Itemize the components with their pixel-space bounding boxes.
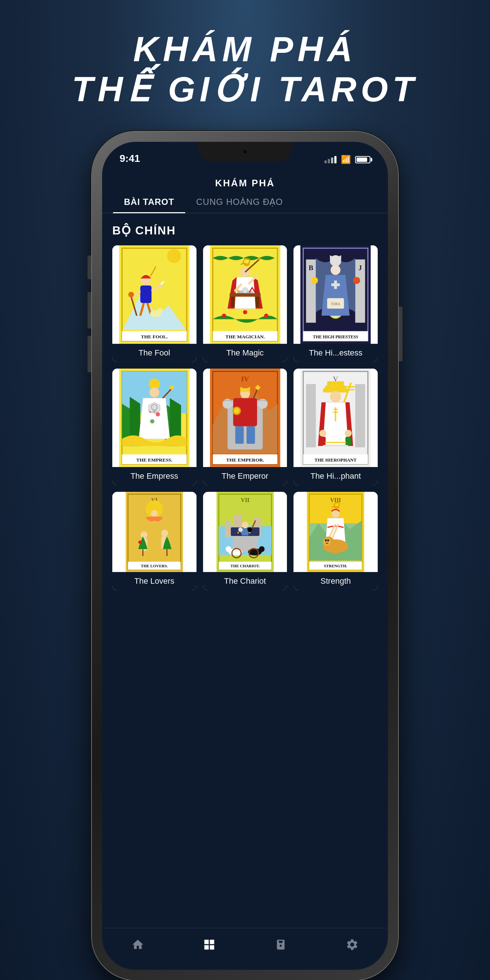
svg-point-25: [242, 287, 248, 293]
nav-settings[interactable]: [345, 938, 359, 951]
card-lovers-image: VI: [112, 492, 197, 572]
volume-mute-button[interactable]: [88, 256, 91, 279]
svg-rect-87: [355, 384, 365, 447]
svg-point-133: [238, 527, 243, 532]
svg-point-15: [157, 308, 162, 313]
app-content: KHÁM PHÁ BÀI TAROT CUNG HOÀNG ĐẠO BỘ CHÍ…: [102, 170, 388, 970]
card-strength-image: VIII: [293, 492, 378, 572]
nav-home[interactable]: [131, 938, 145, 951]
svg-point-27: [258, 258, 261, 260]
svg-rect-79: [235, 426, 243, 444]
signal-icon: [325, 156, 337, 163]
card-fool-image: THE FOOL.: [112, 245, 197, 344]
volume-down-button[interactable]: [88, 336, 91, 372]
card-empress-label: The Empress: [112, 467, 197, 485]
svg-text:STRENGTH.: STRENGTH.: [324, 564, 347, 568]
svg-point-48: [353, 277, 360, 284]
nav-grid[interactable]: [203, 938, 216, 951]
power-button[interactable]: [399, 307, 402, 361]
svg-point-42: [331, 265, 340, 275]
svg-text:THE EMPEROR.: THE EMPEROR.: [226, 457, 264, 462]
svg-point-134: [247, 527, 252, 532]
status-time: 9:41: [119, 153, 140, 164]
card-hierophant-image: V: [293, 369, 378, 467]
svg-rect-80: [247, 426, 255, 444]
svg-point-78: [234, 408, 239, 414]
card-lovers[interactable]: VI: [112, 492, 197, 590]
svg-point-32: [264, 313, 268, 318]
card-grid: THE FOOL. The Fool: [112, 245, 378, 590]
svg-point-114: [161, 530, 168, 536]
svg-text:IV: IV: [241, 375, 249, 382]
card-empress-image: THE EMPRESS.: [112, 369, 197, 467]
nav-cards[interactable]: [274, 938, 287, 951]
phone-wrapper: 9:41 📶 KHÁM PHÁ: [92, 132, 398, 980]
svg-rect-125: [225, 520, 231, 538]
svg-text:VII: VII: [240, 497, 250, 503]
svg-point-63: [170, 385, 174, 390]
card-emperor-label: The Emperor: [203, 467, 287, 485]
card-magician[interactable]: THE MAGICIAN. The Magic: [203, 245, 287, 362]
wifi-icon: 📶: [341, 155, 351, 164]
card-chariot-image: VII ★ ★ ★ ★: [203, 492, 287, 572]
svg-point-31: [243, 310, 247, 314]
svg-point-153: [325, 539, 327, 541]
hero-title: KHÁM PHÁ THẾ GIỚI TAROT: [72, 29, 418, 110]
scroll-content[interactable]: BỘ CHÍNH: [102, 213, 388, 970]
svg-point-55: [150, 388, 159, 398]
svg-point-131: [242, 521, 249, 528]
card-high-priestess-image: B J: [293, 245, 378, 344]
svg-point-154: [328, 539, 329, 541]
svg-text:VIII: VIII: [330, 497, 341, 503]
volume-up-button[interactable]: [88, 292, 91, 328]
card-empress[interactable]: THE EMPRESS. The Empress: [112, 369, 197, 485]
svg-point-139: [259, 546, 265, 552]
card-chariot[interactable]: VII ★ ★ ★ ★: [203, 492, 287, 590]
tab-bai-tarot[interactable]: BÀI TAROT: [113, 192, 185, 213]
svg-text:TORA: TORA: [331, 302, 340, 306]
svg-text:THE CHARIOT.: THE CHARIOT.: [231, 564, 260, 568]
svg-point-30: [222, 313, 226, 318]
card-hierophant[interactable]: V: [293, 369, 378, 485]
svg-text:THE MAGICIAN.: THE MAGICIAN.: [225, 334, 265, 339]
svg-point-112: [141, 531, 148, 538]
svg-text:J: J: [358, 264, 362, 271]
notch: [197, 142, 293, 162]
svg-point-47: [311, 277, 318, 284]
nav-header: KHÁM PHÁ: [102, 170, 388, 192]
card-magician-label: The Magic: [203, 344, 287, 362]
card-strength-label: Strength: [293, 572, 378, 590]
svg-rect-86: [306, 384, 316, 447]
svg-point-58: [150, 419, 154, 424]
svg-rect-100: [320, 437, 326, 445]
front-camera: [242, 149, 248, 154]
tabs-bar: BÀI TAROT CUNG HOÀNG ĐẠO: [102, 192, 388, 213]
svg-rect-24: [256, 297, 259, 307]
svg-text:THE EMPRESS.: THE EMPRESS.: [136, 457, 172, 462]
card-emperor[interactable]: IV: [203, 369, 287, 485]
svg-text:THE HIEROPHANT: THE HIEROPHANT: [315, 457, 357, 462]
card-emperor-image: IV: [203, 369, 287, 467]
card-strength[interactable]: VIII: [293, 492, 378, 590]
svg-rect-5: [140, 285, 152, 303]
svg-point-117: [138, 540, 142, 544]
svg-text:THE LOVERS.: THE LOVERS.: [141, 564, 168, 568]
svg-point-111: [151, 510, 158, 517]
svg-point-2: [167, 249, 181, 263]
svg-rect-102: [345, 437, 351, 445]
svg-point-137: [226, 546, 232, 552]
svg-text:B: B: [309, 264, 313, 271]
card-hierophant-label: The Hi...phant: [293, 467, 378, 485]
svg-point-99: [320, 430, 326, 437]
card-high-priestess[interactable]: B J: [293, 245, 378, 362]
svg-point-9: [128, 292, 134, 297]
card-lovers-label: The Lovers: [112, 572, 197, 590]
card-fool[interactable]: THE FOOL. The Fool: [112, 245, 197, 362]
tab-cung-hoang-dao[interactable]: CUNG HOÀNG ĐẠO: [185, 192, 294, 213]
card-chariot-label: The Chariot: [203, 572, 287, 590]
svg-point-91: [330, 391, 341, 402]
screen: 9:41 📶 KHÁM PHÁ: [102, 142, 388, 970]
svg-point-57: [156, 412, 160, 416]
bottom-nav: [102, 928, 388, 970]
battery-icon: [355, 156, 371, 163]
